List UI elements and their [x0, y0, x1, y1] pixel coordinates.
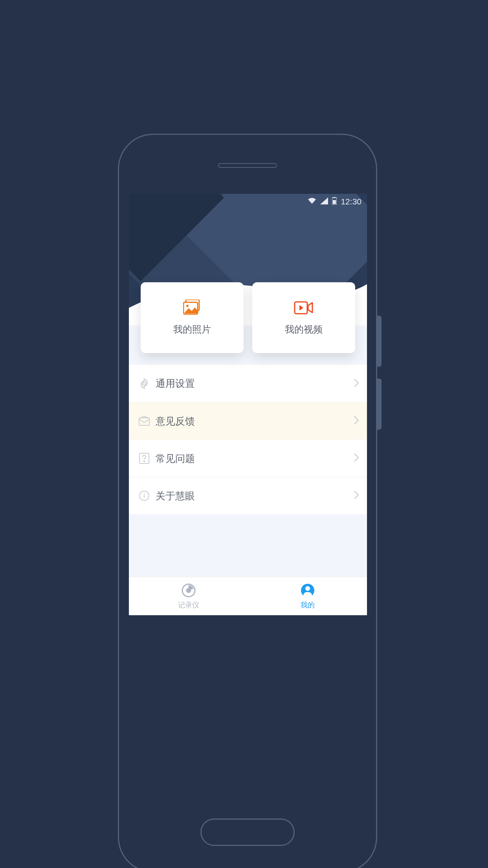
tab-bar: 记录仪 我的	[129, 577, 367, 615]
phone-side-button	[377, 316, 382, 367]
chevron-right-icon	[354, 379, 359, 389]
chevron-right-icon	[354, 416, 359, 426]
status-bar: 12:30	[129, 194, 367, 210]
tab-mine[interactable]: 我的	[248, 577, 367, 615]
menu-item-faq[interactable]: 常见问题	[129, 440, 367, 477]
chevron-right-icon	[354, 453, 359, 463]
phone-speaker	[218, 163, 277, 168]
menu-label: 常见问题	[156, 452, 354, 465]
svg-point-12	[144, 493, 145, 494]
mail-icon	[136, 416, 152, 426]
menu-item-about[interactable]: 关于慧眼	[129, 477, 367, 514]
info-icon	[136, 490, 152, 502]
wifi-icon	[308, 197, 316, 206]
svg-point-5	[186, 305, 189, 307]
signal-icon	[320, 197, 328, 206]
my-videos-card[interactable]: 我的视频	[252, 282, 355, 353]
phone-home-button[interactable]	[200, 818, 295, 846]
my-photos-label: 我的照片	[173, 323, 211, 336]
phone-frame: 12:30 我的照片	[118, 134, 377, 868]
gear-icon	[136, 378, 152, 390]
my-photos-card[interactable]: 我的照片	[141, 282, 244, 353]
photos-icon	[183, 300, 201, 317]
status-time: 12:30	[341, 197, 361, 206]
svg-point-10	[144, 461, 145, 462]
card-row: 我的照片 我的视频	[129, 282, 367, 353]
screen: 12:30 我的照片	[129, 194, 367, 615]
videos-icon	[294, 300, 314, 317]
tab-label: 记录仪	[178, 600, 199, 610]
recorder-icon	[181, 583, 196, 600]
menu-label: 通用设置	[156, 377, 354, 390]
svg-rect-8	[139, 418, 149, 425]
menu-list: 通用设置 意见反馈	[129, 365, 367, 514]
menu-item-settings[interactable]: 通用设置	[129, 365, 367, 402]
my-videos-label: 我的视频	[285, 323, 323, 336]
tab-recorder[interactable]: 记录仪	[129, 577, 248, 615]
chevron-right-icon	[354, 491, 359, 501]
svg-rect-2	[333, 200, 336, 204]
svg-point-7	[143, 382, 146, 385]
battery-icon	[332, 197, 337, 206]
svg-point-16	[305, 586, 310, 591]
menu-item-feedback[interactable]: 意见反馈	[129, 402, 367, 440]
help-doc-icon	[136, 452, 152, 464]
menu-label: 关于慧眼	[156, 489, 354, 502]
person-icon	[300, 583, 315, 600]
phone-side-button	[377, 379, 382, 430]
tab-label: 我的	[301, 600, 315, 610]
menu-label: 意见反馈	[156, 415, 354, 428]
